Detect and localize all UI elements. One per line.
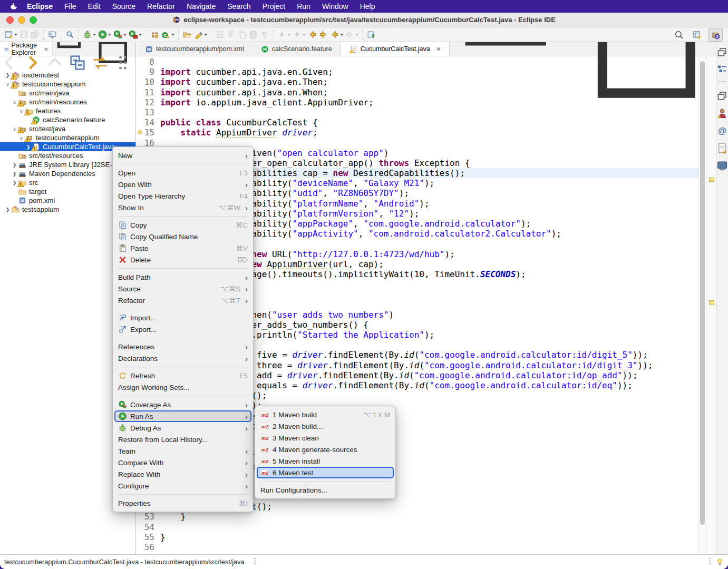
context-menu-item-show-in[interactable]: Show In⌥⌘W› xyxy=(113,202,253,213)
code-line-9[interactable]: 9import cucumber.api.java.en.Given; xyxy=(137,67,698,77)
tree-item-src-main-resources[interactable]: ∨src/main/resources xyxy=(0,97,135,106)
code-line-53[interactable]: 53 } xyxy=(137,512,698,522)
debug-button[interactable] xyxy=(82,28,97,41)
dropdown-arrow-icon[interactable] xyxy=(123,34,127,36)
run-button[interactable] xyxy=(97,28,112,41)
tree-chevron-collapsed-icon[interactable]: ❯ xyxy=(4,207,11,212)
menubar-item-file[interactable]: File xyxy=(59,0,82,13)
inspect-button[interactable] xyxy=(64,28,75,41)
context-menu-item-properties[interactable]: Properties⌘I xyxy=(113,497,253,509)
context-menu-item-delete[interactable]: Delete⌦ xyxy=(113,254,253,266)
tree-item-calcscenario-feature[interactable]: calcScenario.feature xyxy=(0,115,135,124)
open-folder-button[interactable] xyxy=(182,28,193,41)
menubar-item-refactor[interactable]: Refactor xyxy=(141,0,181,13)
tree-item-iosdemotest[interactable]: ❯JMiosdemotest xyxy=(0,71,135,80)
editor-tab-testcucumberappium-pom-xml[interactable]: Mtestcucumberappium/pom.xml xyxy=(137,42,253,56)
run-as-item-6-maven-test[interactable]: m26 Maven test xyxy=(257,467,394,478)
context-menu-item-replace-with[interactable]: Replace With› xyxy=(113,468,253,480)
context-menu-item-restore-from-local-history[interactable]: Restore from Local History... xyxy=(113,434,253,445)
code-line-14[interactable]: 14public class CucumburCalcTest { xyxy=(137,117,698,127)
context-menu-item-export[interactable]: Export... xyxy=(113,323,253,335)
apple-icon[interactable] xyxy=(9,2,18,11)
tree-chevron-collapsed-icon[interactable]: ❯ xyxy=(11,162,18,167)
context-menu-item-coverage-as[interactable]: Coverage As› xyxy=(113,399,253,410)
context-menu-item-compare-with[interactable]: Compare With› xyxy=(113,457,253,468)
code-line-56[interactable]: 56 xyxy=(137,542,698,552)
overview-warning-marker[interactable] xyxy=(709,178,714,182)
run-as-item-2-maven-build[interactable]: m22 Maven build... xyxy=(255,420,395,432)
tree-item-src-test-java[interactable]: ∨src/test/java xyxy=(0,124,135,133)
mark-occurrences-button[interactable] xyxy=(193,28,208,41)
context-menu-item-run-as[interactable]: Run As› xyxy=(114,410,251,422)
dropdown-arrow-icon[interactable] xyxy=(139,34,142,36)
context-menu-item-copy[interactable]: Copy⌘C xyxy=(113,219,253,231)
run-as-item-run-configurations[interactable]: Run Configurations... xyxy=(255,484,395,496)
dropdown-arrow-icon[interactable] xyxy=(204,34,207,36)
search-button[interactable] xyxy=(672,28,686,41)
overview-ruler[interactable] xyxy=(706,57,716,553)
menubar-item-navigate[interactable]: Navigate xyxy=(181,0,221,13)
code-line-55[interactable]: 55} xyxy=(137,532,698,542)
context-menu-item-refresh[interactable]: RefreshF5 xyxy=(113,370,253,381)
new-class-wizard-button[interactable]: C xyxy=(160,28,176,41)
dropdown-arrow-icon[interactable] xyxy=(108,34,111,36)
restore-view-button[interactable] xyxy=(716,46,728,58)
tree-item-testcucumberappium[interactable]: ∨JMtestcucumberappium xyxy=(0,80,135,89)
editor-scrollbar[interactable] xyxy=(698,57,706,553)
code-line-11[interactable]: 11import cucumber.api.java.en.When; xyxy=(137,87,698,97)
tree-chevron-collapsed-icon[interactable]: ❯ xyxy=(11,171,18,176)
overview-warning-marker[interactable] xyxy=(709,300,714,305)
restore-tray-button[interactable] xyxy=(716,90,728,102)
context-menu-item-debug-as[interactable]: Debug As› xyxy=(113,422,253,434)
menubar-item-window[interactable]: Window xyxy=(316,0,354,13)
dropdown-arrow-icon[interactable] xyxy=(340,34,343,36)
java-perspective-button[interactable]: J xyxy=(708,28,723,42)
lightbulb-icon[interactable] xyxy=(716,558,724,566)
editor-tab-cucumburcalctest-java[interactable]: JCucumburCalcTest.java× xyxy=(341,42,450,56)
menubar-item-source[interactable]: Source xyxy=(106,0,141,13)
menubar-item-help[interactable]: Help xyxy=(354,0,381,13)
pin-editor-button[interactable] xyxy=(366,28,377,41)
context-menu-item-assign-working-sets[interactable]: Assign Working Sets... xyxy=(113,381,253,393)
code-line-13[interactable]: 13 xyxy=(137,107,698,117)
code-line-54[interactable]: 54 xyxy=(137,522,698,532)
context-menu-item-open[interactable]: OpenF3 xyxy=(113,167,253,179)
menubar-item-project[interactable]: Project xyxy=(257,0,292,13)
context-menu-item-open-type-hierarchy[interactable]: Open Type HierarchyF4 xyxy=(113,190,253,202)
context-menu-item-import[interactable]: Import... xyxy=(113,312,253,323)
forward-edit-button[interactable] xyxy=(318,28,329,41)
context-menu-item-configure[interactable]: Configure› xyxy=(113,480,253,492)
dropdown-arrow-icon[interactable] xyxy=(14,34,17,36)
run-as-item-1-maven-build[interactable]: m21 Maven build⌥⇧X M xyxy=(255,409,395,420)
open-perspective-button[interactable] xyxy=(690,28,704,41)
context-menu-item-source[interactable]: Source⌥⌘S› xyxy=(113,283,253,295)
scrollbar-thumb[interactable] xyxy=(700,61,705,525)
run-as-item-4-maven-generate-sources[interactable]: m24 Maven generate-sources xyxy=(255,444,395,455)
dropdown-arrow-icon[interactable] xyxy=(171,34,174,36)
tree-item-src-main-java[interactable]: src/main/java xyxy=(0,89,135,97)
code-line-15[interactable]: 15 static AppiumDriver driver; xyxy=(137,127,698,138)
new-wizard-button[interactable] xyxy=(3,28,18,41)
context-menu-item-paste[interactable]: Paste⌘V xyxy=(113,242,253,254)
menubar-item-run[interactable]: Run xyxy=(291,0,316,13)
context-menu-item-team[interactable]: Team› xyxy=(113,445,253,457)
code-line-8[interactable]: 8 xyxy=(137,57,698,67)
context-menu-item-build-path[interactable]: Build Path› xyxy=(113,271,253,283)
close-window-button[interactable] xyxy=(6,16,14,24)
context-menu-item-references[interactable]: References› xyxy=(113,341,253,352)
problems-view-button[interactable] xyxy=(716,107,728,119)
zoom-window-button[interactable] xyxy=(30,16,37,24)
context-menu-item-open-with[interactable]: Open With› xyxy=(113,179,253,190)
menubar-item-search[interactable]: Search xyxy=(221,0,256,13)
declaration-view-button[interactable] xyxy=(716,142,728,154)
tree-item-testcucumberappium[interactable]: ∨testcucumberappium xyxy=(0,133,135,142)
outline-view-button[interactable] xyxy=(716,64,728,75)
open-console-button[interactable] xyxy=(47,28,58,41)
tree-item-features[interactable]: ∨features xyxy=(0,106,135,115)
minimize-window-button[interactable] xyxy=(18,16,25,24)
context-menu-item-refactor[interactable]: Refactor⌥⌘T› xyxy=(113,295,253,306)
context-menu-item-copy-qualified-name[interactable]: Copy Qualified Name xyxy=(113,231,253,242)
menubar-item-edit[interactable]: Edit xyxy=(82,0,106,13)
code-line-10[interactable]: 10import cucumber.api.java.en.Then; xyxy=(137,77,698,87)
menubar-item-eclipse[interactable]: Eclipse xyxy=(21,0,59,13)
